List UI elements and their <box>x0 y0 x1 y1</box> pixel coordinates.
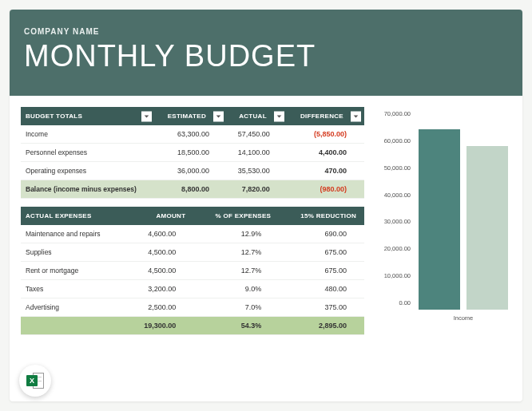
col-actual: ACTUAL <box>227 107 288 125</box>
col-difference: DIFFERENCE <box>288 107 364 125</box>
table-row: Maintenance and repairs 4,600.00 12.9% 6… <box>21 225 364 243</box>
table-row: Income 63,300.00 57,450.00 (5,850.00) <box>21 125 364 144</box>
col-reduction: 15% REDUCTION <box>279 207 364 225</box>
actual-expenses-table: ACTUAL EXPENSES AMOUNT % OF EXPENSES 15%… <box>21 207 364 335</box>
filter-icon[interactable] <box>274 111 284 121</box>
col-pct: % OF EXPENSES <box>193 207 279 225</box>
table-row: Personnel expenses 18,500.00 14,100.00 4… <box>21 144 364 162</box>
table-row: Supplies 4,500.00 12.7% 675.00 <box>21 243 364 262</box>
filter-icon[interactable] <box>351 111 361 121</box>
col-budget-totals: BUDGET TOTALS <box>21 107 155 125</box>
filter-icon[interactable] <box>141 111 152 121</box>
income-bar-chart: 70,000.00 60,000.00 50,000.00 40,000.00 … <box>375 107 511 335</box>
excel-badge[interactable]: X <box>19 365 51 397</box>
table-row: Taxes 3,200.00 9.0% 480.00 <box>21 280 364 298</box>
totals-row: 19,300.00 54.3% 2,895.00 <box>21 317 364 335</box>
col-actual-expenses: ACTUAL EXPENSES <box>21 207 126 225</box>
budget-totals-table: BUDGET TOTALS ESTIMATED ACTUAL DIFFERENC… <box>21 107 364 199</box>
table-row: Operating expenses 36,000.00 35,530.00 4… <box>21 162 364 180</box>
filter-icon[interactable] <box>213 111 224 121</box>
balance-row: Balance (income minus expenses) 8,800.00… <box>21 180 364 199</box>
col-amount: AMOUNT <box>126 207 194 225</box>
x-axis-label: Income <box>375 314 511 322</box>
table-row: Advertising 2,500.00 7.0% 375.00 <box>21 298 364 317</box>
page-title: MONTHLY BUDGET <box>24 39 508 73</box>
y-axis: 70,000.00 60,000.00 50,000.00 40,000.00 … <box>375 110 415 310</box>
col-estimated: ESTIMATED <box>155 107 227 125</box>
company-label: COMPANY NAME <box>24 27 508 36</box>
bars <box>415 110 511 310</box>
table-row: Rent or mortgage 4,500.00 12.7% 675.00 <box>21 262 364 280</box>
header-banner: COMPANY NAME MONTHLY BUDGET <box>10 10 522 96</box>
bar-estimated <box>419 129 460 310</box>
bar-actual <box>466 146 508 310</box>
excel-icon: X <box>26 373 44 389</box>
